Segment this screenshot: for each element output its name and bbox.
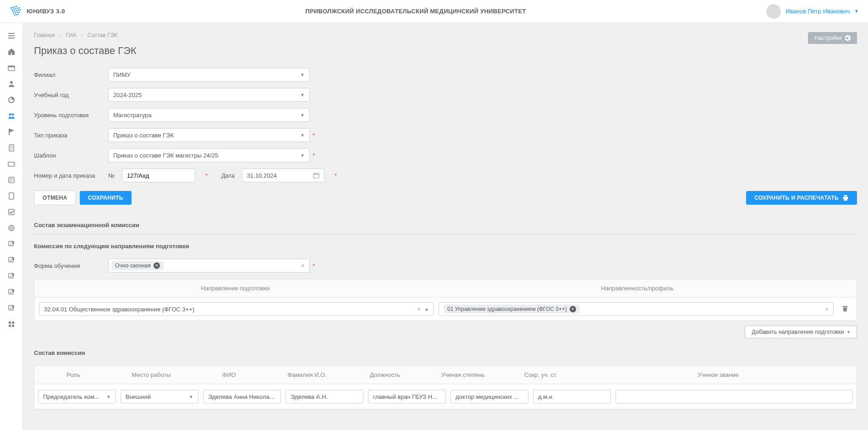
level-select[interactable]: Магистратура▼ <box>108 108 310 122</box>
sidebar-globe-icon[interactable] <box>0 220 22 236</box>
sidebar-check-icon[interactable] <box>0 204 22 220</box>
sidebar-card-icon[interactable] <box>0 60 22 76</box>
rank-input[interactable] <box>615 390 853 403</box>
dir-col-direction: Направление подготовки <box>34 279 436 297</box>
breadcrumb-current: Состав ГЭК <box>88 32 117 38</box>
role-select[interactable]: Председатель ком...▼ <box>38 390 116 403</box>
svg-point-19 <box>16 14 17 15</box>
profile-tag: 01 Управление здравоохранением (ФГОС 3++… <box>444 305 580 314</box>
settings-button[interactable]: Настройки <box>808 32 857 44</box>
template-select[interactable]: Приказ о составе ГЭК магистры 24/25▼ <box>108 148 310 162</box>
committee-table: Роль Место работы ФИО Фамилия И.О. Должн… <box>34 365 857 409</box>
committee-title: Состав комиссии <box>34 349 857 356</box>
sidebar-flag-icon[interactable] <box>0 124 22 140</box>
pos-input[interactable]: главный врач ГБУЗ Н... <box>368 390 446 403</box>
org-name: ПРИВОЛЖСКИЙ ИССЛЕДОВАТЕЛЬСКИЙ МЕДИЦИНСКИ… <box>65 8 766 15</box>
tag-remove-icon[interactable]: ✕ <box>570 306 576 312</box>
svg-point-24 <box>9 113 11 115</box>
sidebar-wallet-icon[interactable] <box>0 156 22 172</box>
clear-icon[interactable]: × <box>825 306 829 313</box>
dir-col-profile: Направленность/профиль <box>436 279 838 297</box>
page-title: Приказ о составе ГЭК <box>34 45 137 57</box>
template-label: Шаблон <box>34 152 108 159</box>
sidebar-user-icon[interactable] <box>0 76 22 92</box>
svg-rect-31 <box>9 209 14 215</box>
branch-select[interactable]: ПИМУ▼ <box>108 68 310 82</box>
breadcrumb-home[interactable]: Главная <box>34 32 55 38</box>
trash-icon <box>842 305 848 312</box>
svg-point-8 <box>19 7 20 8</box>
sidebar-link4-icon[interactable] <box>0 284 22 300</box>
breadcrumb-gia[interactable]: ГИА <box>66 32 77 38</box>
chevron-down-icon: ▼ <box>106 394 111 399</box>
print-icon <box>842 195 849 201</box>
svg-point-15 <box>15 12 16 13</box>
year-label: Учебный год <box>34 92 108 98</box>
svg-rect-30 <box>9 193 14 199</box>
sidebar-menu-icon[interactable] <box>0 27 22 44</box>
sidebar-people-icon[interactable] <box>0 108 22 124</box>
profile-select[interactable]: 01 Управление здравоохранением (ФГОС 3++… <box>439 302 834 316</box>
sidebar-doc-icon[interactable] <box>0 140 22 156</box>
sidebar-grid-icon[interactable] <box>0 316 22 332</box>
svg-point-9 <box>12 11 14 12</box>
required-marker: * <box>335 172 337 179</box>
svg-point-18 <box>14 14 16 16</box>
short-input[interactable]: Эделева А.Н. <box>286 390 363 403</box>
place-select[interactable]: Внешний▼ <box>121 390 198 403</box>
sidebar <box>0 23 23 430</box>
delete-row-button[interactable] <box>838 305 852 313</box>
chevron-down-icon: ▼ <box>300 153 305 158</box>
sidebar-home-icon[interactable] <box>0 44 22 60</box>
tag-remove-icon[interactable]: ✕ <box>154 262 160 269</box>
sdeg-input[interactable]: д.м.н. <box>533 390 611 403</box>
add-direction-button[interactable]: Добавить направление подготовки + <box>745 326 857 338</box>
level-label: Уровень подготовки <box>34 112 108 119</box>
sidebar-doc2-icon[interactable] <box>0 188 22 204</box>
svg-point-17 <box>19 11 20 12</box>
logo: ЮНИВУЗ 3.0 <box>9 5 65 18</box>
sidebar-chart-icon[interactable] <box>0 92 22 108</box>
plus-icon: + <box>847 329 850 335</box>
chevron-down-icon: ▼ <box>189 394 193 399</box>
breadcrumb: Главная › ГИА › Состав ГЭК <box>34 32 137 38</box>
user-menu[interactable]: Иванов Петр Иванович ▼ <box>766 4 859 19</box>
save-print-button[interactable]: СОХРАНИТЬ И РАСПЕЧАТАТЬ <box>746 191 857 205</box>
app-name: ЮНИВУЗ 3.0 <box>27 8 65 15</box>
section-composition: Состав экзаменационной комиссии <box>34 216 857 234</box>
sidebar-link2-icon[interactable] <box>0 252 22 268</box>
svg-rect-38 <box>9 321 11 324</box>
svg-rect-39 <box>12 321 14 324</box>
svg-point-7 <box>17 7 18 9</box>
sidebar-list-icon[interactable] <box>0 172 22 188</box>
breadcrumb-sep: › <box>81 32 83 38</box>
number-input[interactable] <box>122 169 195 182</box>
chevron-down-icon: ▼ <box>300 72 305 77</box>
svg-point-2 <box>14 6 16 7</box>
date-input[interactable]: 31.10.2024 <box>242 169 324 182</box>
year-select[interactable]: 2024-2025▼ <box>108 88 310 102</box>
dir-row: 32.04.01 Общественное здравоохранение (Ф… <box>34 297 857 321</box>
clear-icon[interactable]: × <box>417 305 421 313</box>
col-rank: Ученое звание <box>580 366 857 384</box>
fio-input[interactable]: Эделева Анна Никола... <box>203 390 281 403</box>
study-form-input[interactable]: Очно-заочная ✕ × <box>108 259 310 272</box>
save-button[interactable]: СОХРАНИТЬ <box>80 191 132 205</box>
gear-icon <box>844 35 851 41</box>
sidebar-link5-icon[interactable] <box>0 300 22 316</box>
cancel-button[interactable]: ОТМЕНА <box>34 191 76 205</box>
svg-point-11 <box>16 10 17 11</box>
sidebar-link3-icon[interactable] <box>0 268 22 284</box>
svg-point-20 <box>18 13 19 15</box>
type-select[interactable]: Приказ о составе ГЭК▼ <box>108 128 310 142</box>
calendar-icon <box>313 172 319 179</box>
sidebar-link1-icon[interactable] <box>0 236 22 252</box>
chevron-down-icon: ▼ <box>300 113 305 118</box>
logo-icon <box>9 5 22 18</box>
col-fio: ФИО <box>190 366 268 384</box>
clear-icon[interactable]: × <box>301 262 305 269</box>
svg-point-23 <box>10 81 13 84</box>
direction-select[interactable]: 32.04.01 Общественное здравоохранение (Ф… <box>39 302 434 316</box>
degree-input[interactable]: доктор медицинских ... <box>450 390 528 403</box>
main-content: Главная › ГИА › Состав ГЭК Приказ о сост… <box>23 23 868 430</box>
